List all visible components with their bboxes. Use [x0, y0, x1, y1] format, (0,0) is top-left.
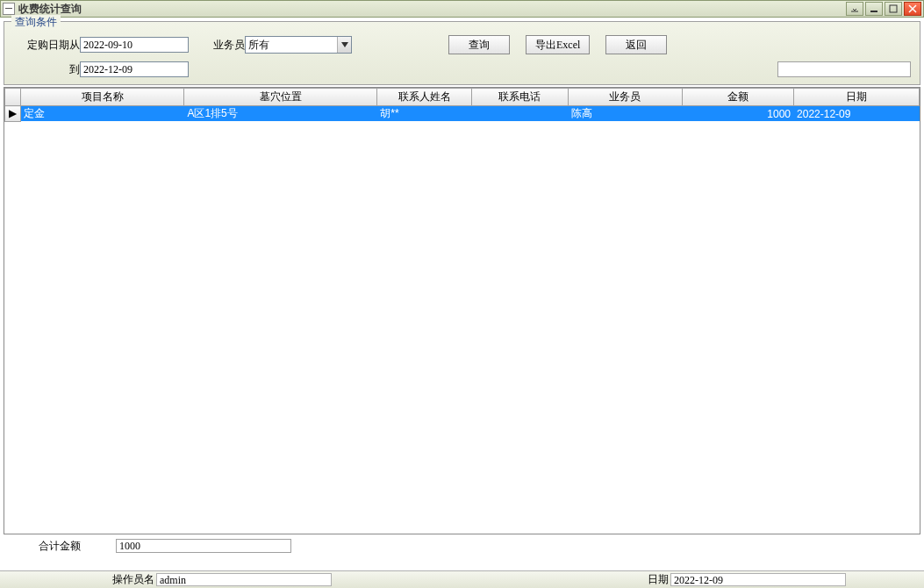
cell-sales: 陈高 — [568, 106, 682, 122]
cell-amount: 1000 — [682, 106, 794, 122]
operator-label: 操作员名 — [112, 572, 154, 587]
total-amount-label: 合计金额 — [4, 539, 116, 554]
svg-rect-0 — [870, 11, 877, 12]
date-to-label: 到 — [11, 62, 80, 77]
date-from-label: 定购日期从 — [11, 38, 80, 53]
operator-value: admin — [156, 573, 332, 586]
close-button[interactable] — [904, 2, 921, 16]
svg-rect-1 — [890, 5, 897, 12]
minimize-button[interactable] — [865, 2, 883, 16]
titlebar: 收费统计查询 — [0, 0, 924, 18]
filter-extra-input[interactable] — [777, 61, 911, 77]
chevron-down-icon[interactable] — [337, 37, 351, 53]
window-title: 收费统计查询 — [18, 2, 846, 17]
date-from-input[interactable] — [80, 37, 189, 53]
table-header-row: 项目名称 墓穴位置 联系人姓名 联系电话 业务员 金额 日期 — [5, 89, 920, 106]
system-menu-icon[interactable] — [3, 3, 15, 15]
row-header-corner — [5, 89, 21, 106]
cell-project: 定金 — [20, 106, 184, 122]
export-excel-button[interactable]: 导出Excel — [526, 35, 590, 54]
col-contact-phone[interactable]: 联系电话 — [471, 89, 568, 106]
col-project[interactable]: 项目名称 — [20, 89, 184, 106]
back-button[interactable]: 返回 — [605, 35, 667, 54]
col-contact-name[interactable]: 联系人姓名 — [377, 89, 472, 106]
col-position[interactable]: 墓穴位置 — [184, 89, 377, 106]
sales-combo[interactable] — [245, 36, 352, 54]
maximize-button[interactable] — [885, 2, 902, 16]
total-amount-value: 1000 — [116, 539, 291, 553]
results-table: 项目名称 墓穴位置 联系人姓名 联系电话 业务员 金额 日期 ▶ 定金 A区1排… — [4, 88, 920, 122]
minimize-to-tray-button[interactable] — [846, 2, 863, 16]
summary-bar: 合计金额 1000 — [4, 538, 920, 554]
col-amount[interactable]: 金额 — [682, 89, 794, 106]
statusbar: 操作员名 admin 日期 2022-12-09 — [0, 570, 924, 588]
row-indicator-icon: ▶ — [5, 106, 21, 122]
grid-empty-area — [4, 122, 920, 534]
cell-contact-phone — [471, 106, 568, 122]
sales-combo-input[interactable] — [246, 37, 337, 53]
query-legend: 查询条件 — [11, 15, 61, 30]
cell-date: 2022-12-09 — [794, 106, 920, 122]
query-conditions-panel: 查询条件 定购日期从 业务员 查询 导出Excel 返回 到 — [4, 21, 920, 85]
cell-contact-name: 胡** — [377, 106, 472, 122]
cell-position: A区1排5号 — [184, 106, 377, 122]
col-sales[interactable]: 业务员 — [568, 89, 682, 106]
statusbar-date-value: 2022-12-09 — [670, 573, 846, 586]
query-button[interactable]: 查询 — [448, 35, 510, 54]
date-to-input[interactable] — [80, 61, 189, 77]
results-grid: 项目名称 墓穴位置 联系人姓名 联系电话 业务员 金额 日期 ▶ 定金 A区1排… — [4, 87, 920, 534]
sales-label: 业务员 — [204, 38, 245, 53]
table-row[interactable]: ▶ 定金 A区1排5号 胡** 陈高 1000 2022-12-09 — [5, 106, 920, 122]
statusbar-date-label: 日期 — [648, 572, 669, 587]
col-date[interactable]: 日期 — [794, 89, 920, 106]
